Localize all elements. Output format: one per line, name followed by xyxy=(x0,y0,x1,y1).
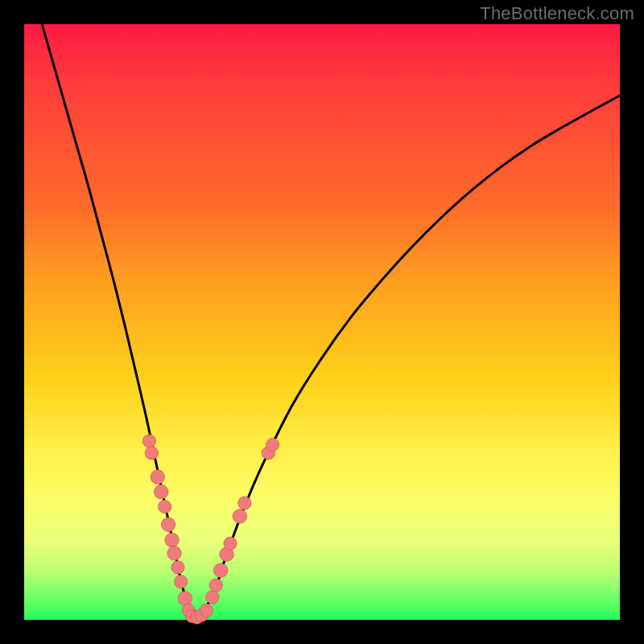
curve-marker xyxy=(224,537,237,550)
curve-marker xyxy=(233,509,247,523)
curve-marker xyxy=(174,575,187,588)
curve-marker xyxy=(213,564,228,578)
curve-marker xyxy=(154,485,168,499)
curve-marker xyxy=(167,546,182,560)
curve-marker xyxy=(209,579,222,592)
chart-overlay xyxy=(24,24,620,620)
curve-marker xyxy=(178,592,192,606)
chart-frame: TheBottleneck.com xyxy=(0,0,644,644)
curve-marker xyxy=(151,470,165,485)
curve-marker xyxy=(165,533,180,547)
bottleneck-curve xyxy=(42,24,620,618)
curve-marker xyxy=(142,435,155,448)
curve-marker xyxy=(206,591,219,604)
watermark-text: TheBottleneck.com xyxy=(480,3,634,24)
curve-marker xyxy=(145,447,158,460)
curve-marker xyxy=(158,500,171,513)
curve-marker xyxy=(266,438,279,451)
curve-marker xyxy=(200,604,213,617)
curve-marker xyxy=(161,518,175,532)
curve-marker xyxy=(238,497,251,510)
curve-marker xyxy=(171,561,184,574)
curve-markers xyxy=(142,435,279,624)
